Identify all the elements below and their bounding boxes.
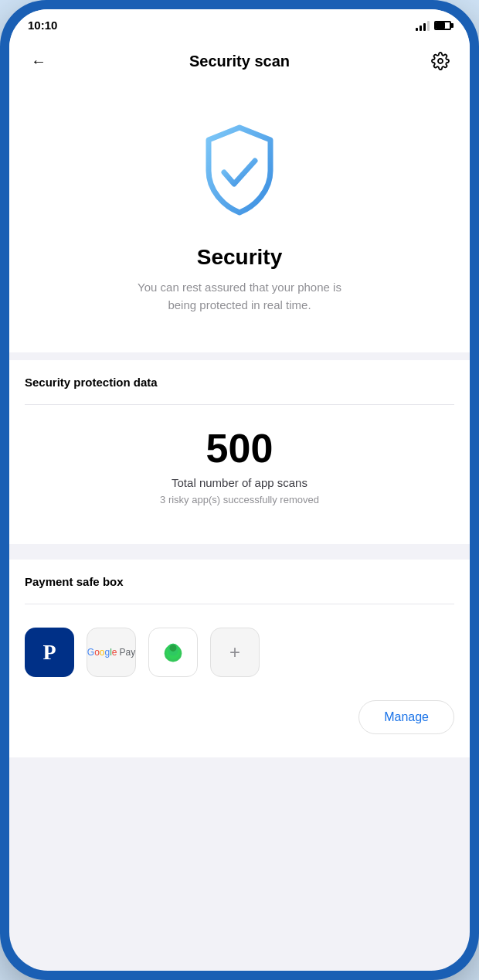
paypal-letter: P: [42, 640, 56, 665]
protection-divider: [25, 404, 454, 405]
back-arrow-icon: ←: [31, 53, 46, 70]
protection-section-title: Security protection data: [25, 376, 454, 389]
back-button[interactable]: ←: [25, 47, 53, 75]
hero-section: Security You can rest assured that your …: [9, 87, 470, 352]
manage-btn-container: Manage: [25, 700, 454, 734]
manage-button[interactable]: Manage: [358, 700, 454, 734]
section-divider-1: [9, 352, 470, 360]
phone-screen: 10:10 ← Security scan: [9, 9, 470, 971]
shield-container: [185, 118, 294, 226]
svg-point-0: [438, 59, 443, 63]
payment-icons-row: P Google Pay: [25, 620, 454, 692]
mint-icon[interactable]: [148, 628, 198, 677]
risky-apps-label: 3 risky app(s) successfully removed: [160, 494, 319, 505]
svg-point-5: [170, 645, 177, 652]
gpay-text: Google Pay: [87, 647, 135, 658]
gpay-icon[interactable]: Google Pay: [87, 628, 136, 677]
status-bar: 10:10: [9, 9, 470, 38]
shield-icon: [185, 118, 294, 226]
payment-section: Payment safe box P Google Pay: [9, 560, 470, 757]
stats-container: 500 Total number of app scans 3 risky ap…: [25, 420, 454, 513]
scan-count-label: Total number of app scans: [172, 476, 307, 489]
signal-icon: [416, 20, 430, 31]
paypal-icon[interactable]: P: [25, 628, 74, 677]
plus-icon: +: [229, 641, 240, 663]
gear-icon: [431, 52, 450, 70]
header: ← Security scan: [9, 38, 470, 87]
settings-button[interactable]: [426, 47, 454, 75]
status-icons: [416, 20, 451, 31]
phone-frame: 10:10 ← Security scan: [0, 0, 479, 980]
mint-leaf-icon: [159, 638, 187, 666]
page-title: Security scan: [189, 53, 290, 70]
section-divider-2: [9, 544, 470, 552]
hero-title: Security: [197, 245, 283, 270]
scroll-content: Security You can rest assured that your …: [9, 87, 470, 971]
hero-subtitle: You can rest assured that your phone is …: [131, 279, 348, 314]
payment-section-title: Payment safe box: [25, 575, 454, 588]
battery-icon: [434, 21, 451, 30]
scan-count: 500: [206, 428, 273, 468]
protection-section: Security protection data 500 Total numbe…: [9, 360, 470, 544]
add-payment-button[interactable]: +: [210, 628, 260, 677]
status-time: 10:10: [28, 19, 57, 32]
payment-divider: [25, 604, 454, 604]
